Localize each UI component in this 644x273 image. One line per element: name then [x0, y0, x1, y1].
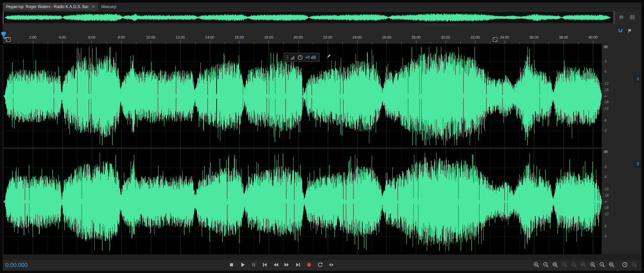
volume-hud[interactable]: +0 dB — [284, 53, 320, 62]
horizontal-scrollbar[interactable]: ······· — [3, 255, 641, 259]
ruler-tick — [254, 42, 254, 43]
channel-1-button[interactable]: 1 — [634, 76, 642, 82]
panel-menu-icon[interactable]: ≡ — [92, 4, 95, 9]
display-mode-buttons — [618, 14, 635, 22]
ruler-tick — [401, 42, 402, 43]
ruler-time-label: 32:00 — [470, 35, 480, 39]
ruler-tick — [342, 42, 343, 43]
ruler-tools — [618, 28, 633, 35]
db-scale-label: -6 — [604, 70, 607, 73]
db-scale-header: dB — [604, 45, 608, 49]
overview-strip[interactable] — [3, 11, 614, 24]
time-display[interactable]: 0:00.000 — [5, 262, 28, 269]
db-scale-label: -12 — [604, 82, 608, 85]
zoom-in-time-button[interactable] — [533, 262, 540, 268]
db-scale-label: -18 — [604, 100, 608, 104]
ruler-tick — [283, 42, 284, 43]
snapping-toggle-button[interactable] — [618, 28, 623, 35]
ruler-time-label: 34:00 — [500, 35, 509, 39]
tab-mixer[interactable]: Микшер — [98, 3, 120, 10]
ruler-time-label: 12:00 — [176, 35, 185, 39]
zoom-in-button[interactable] — [590, 262, 596, 268]
waveform-display[interactable] — [3, 44, 602, 255]
ruler-tick — [490, 42, 490, 43]
skip-to-start-button[interactable] — [261, 261, 268, 268]
ruler-tick — [269, 41, 269, 43]
channel-2-button[interactable]: 2 — [634, 161, 642, 167]
zoom-selection-time-button[interactable] — [552, 262, 559, 268]
db-scale-label: -12 — [604, 212, 608, 216]
zoom-out-amplitude-button[interactable] — [571, 262, 578, 268]
ruler-time-label: 16:00 — [235, 35, 244, 39]
stop-button[interactable] — [228, 261, 235, 268]
db-scale-label: -6 — [604, 119, 607, 122]
ruler-time-label: 18:00 — [264, 35, 273, 39]
ruler-tick — [136, 42, 136, 43]
db-scale-label: -18 — [604, 88, 608, 92]
ruler-tick — [549, 42, 549, 43]
hud-pin-icon[interactable] — [326, 53, 331, 59]
ruler-tick — [328, 41, 328, 43]
show-waveform-button[interactable] — [618, 14, 625, 22]
zoom-in-amplitude-button[interactable] — [561, 262, 568, 268]
zoom-tools — [533, 262, 638, 268]
ruler-tick — [166, 42, 166, 43]
db-scale-label: -6 — [604, 175, 607, 179]
fade-out-handle[interactable] — [493, 37, 497, 41]
ruler-tick — [357, 41, 358, 43]
ruler-tick — [386, 41, 387, 43]
ruler-tick — [33, 41, 33, 43]
ruler-time-label: 10:00 — [146, 35, 155, 39]
ruler-time-label: 28:00 — [411, 35, 421, 39]
gain-knob-icon[interactable] — [297, 55, 303, 60]
skip-selection-button[interactable] — [327, 261, 335, 268]
play-button[interactable] — [239, 261, 246, 268]
zoom-out-button[interactable] — [599, 262, 606, 268]
ruler-tick — [475, 41, 475, 43]
ruler-tick — [416, 41, 416, 43]
db-scale-label: -12 — [604, 187, 608, 191]
ruler-tick — [195, 42, 195, 43]
fast-forward-button[interactable] — [283, 261, 290, 268]
zoom-to-selection-button[interactable] — [608, 262, 615, 268]
transport-controls — [228, 261, 335, 268]
hud-drag-grip[interactable] — [286, 55, 288, 60]
db-scale-label: -3 — [604, 129, 607, 132]
zoom-reset-button[interactable] — [580, 262, 587, 268]
db-scale-label: -∞ — [604, 94, 607, 98]
ruler-tick — [446, 41, 446, 43]
ruler-tick — [563, 41, 564, 43]
ruler-time-label: 26:00 — [382, 35, 392, 39]
scrollbar-grip[interactable]: ······· — [316, 255, 328, 259]
db-scale-header: dB — [604, 150, 608, 154]
record-button[interactable] — [305, 261, 313, 268]
timeline-ruler[interactable]: 2:004:006:008:0010:0012:0014:0016:0018:0… — [3, 34, 602, 44]
db-scale-label: -3 — [604, 234, 607, 238]
ruler-time-label: 4:00 — [59, 35, 66, 39]
ruler-tick — [77, 42, 78, 43]
show-spectral-button[interactable] — [629, 14, 635, 22]
loop-playback-button[interactable] — [316, 261, 324, 268]
db-scale-label: -18 — [604, 194, 608, 197]
fade-in-handle[interactable] — [6, 37, 10, 41]
history-timer-button[interactable] — [622, 262, 629, 268]
gain-value-label[interactable]: +0 dB — [305, 55, 316, 60]
ruler-time-label: 2:00 — [29, 35, 36, 39]
pause-button[interactable] — [250, 261, 257, 268]
ruler-tick — [519, 42, 520, 43]
ruler-tick — [106, 42, 107, 43]
level-meter-icon — [290, 55, 295, 60]
skip-to-end-button[interactable] — [294, 261, 302, 268]
zoom-out-time-button[interactable] — [543, 262, 549, 268]
amplitude-scale: dB-3-6-12-18-∞-18-12-6-3dB-3-6-12-18-∞-1… — [603, 44, 614, 255]
tab-editor[interactable]: Редактор: Roger Waters - Radio K.A.O.S..… — [3, 3, 98, 10]
view-range-bracket-right[interactable] — [614, 11, 614, 24]
panel-tab-bar: Редактор: Roger Waters - Radio K.A.O.S..… — [3, 3, 641, 10]
ruler-tick — [239, 41, 239, 43]
zoom-last-button[interactable] — [631, 262, 638, 268]
playhead-handle[interactable] — [1, 32, 6, 37]
add-marker-button[interactable] — [627, 28, 633, 35]
view-range-bracket-left[interactable] — [3, 11, 3, 24]
rewind-button[interactable] — [272, 261, 279, 268]
overview-waveform[interactable] — [3, 12, 614, 23]
